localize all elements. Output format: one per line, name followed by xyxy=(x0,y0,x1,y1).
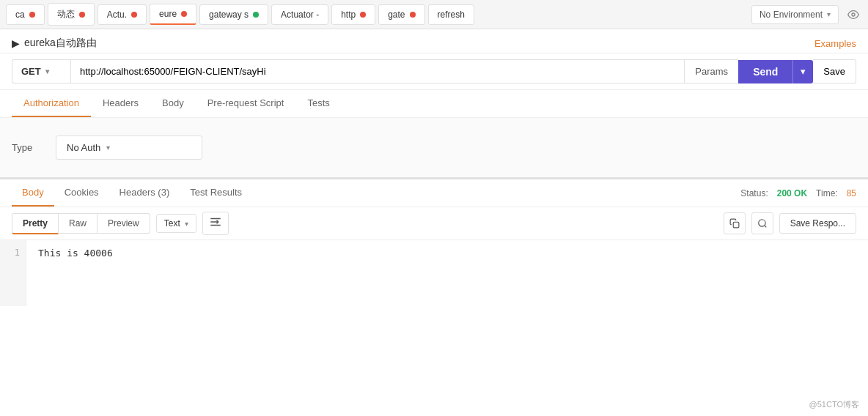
tab-gate[interactable]: gate xyxy=(378,4,424,25)
format-raw[interactable]: Raw xyxy=(59,213,98,234)
response-tab-test-results[interactable]: Test Results xyxy=(180,179,252,207)
tab-gate-label: gate xyxy=(388,10,405,20)
env-selector: No Environment ▾ xyxy=(751,5,862,24)
method-label: GET xyxy=(21,66,41,77)
watermark: @51CTO博客 xyxy=(809,399,859,410)
status-value: 200 OK xyxy=(777,188,807,198)
tab-body[interactable]: Body xyxy=(150,90,196,117)
response-tab-body[interactable]: Body xyxy=(12,179,54,207)
response-text: This is 40006 xyxy=(38,248,113,259)
tab-actu-label: Actu. xyxy=(107,10,127,20)
tab-gateway-label: gateway s xyxy=(209,10,249,20)
tab-eure[interactable]: eure xyxy=(150,4,196,25)
format-preview[interactable]: Preview xyxy=(98,213,150,234)
save-button[interactable]: Save xyxy=(813,59,856,83)
wrap-icon[interactable] xyxy=(202,212,229,235)
response-container: Body Cookies Headers (3) Test Results St… xyxy=(0,177,868,306)
response-tabs-bar: Body Cookies Headers (3) Test Results St… xyxy=(0,179,868,207)
url-bar: GET ▾ Params Send ▾ Save xyxy=(0,53,868,90)
env-label: No Environment xyxy=(760,10,823,20)
tab-actuator2-label: Actuator - xyxy=(281,10,319,20)
tab-http-dot xyxy=(360,12,366,18)
request-title-text: eureka自动路由 xyxy=(24,37,97,50)
tab-gateway-dot xyxy=(253,12,259,18)
chevron-down-icon: ▾ xyxy=(827,10,831,18)
toolbar-right: Save Respo... xyxy=(724,212,856,234)
tab-tests[interactable]: Tests xyxy=(295,90,341,117)
tab-gate-dot xyxy=(410,12,416,18)
env-dropdown[interactable]: No Environment ▾ xyxy=(751,5,839,24)
svg-rect-4 xyxy=(733,222,739,228)
method-chevron-icon: ▾ xyxy=(45,67,49,75)
auth-area: Type No Auth ▾ xyxy=(0,118,868,177)
tab-dongtai-label: 动态 xyxy=(57,8,75,21)
text-type-label: Text xyxy=(164,218,180,229)
eye-icon[interactable] xyxy=(845,6,862,23)
tab-actu-dot xyxy=(131,12,137,18)
tab-refresh[interactable]: refresh xyxy=(428,4,474,25)
auth-type-label: Type xyxy=(12,142,41,153)
tab-actu[interactable]: Actu. xyxy=(98,4,147,25)
tab-gateway[interactable]: gateway s xyxy=(199,4,268,25)
response-tabs: Body Cookies Headers (3) Test Results xyxy=(12,179,252,207)
tab-eure-dot xyxy=(181,11,187,17)
save-response-button[interactable]: Save Respo... xyxy=(779,213,856,234)
svg-point-5 xyxy=(758,220,765,226)
svg-line-6 xyxy=(764,226,766,228)
tab-ca-label: ca xyxy=(15,10,25,20)
send-button[interactable]: Send xyxy=(738,60,792,83)
tab-refresh-label: refresh xyxy=(438,10,465,20)
copy-icon[interactable] xyxy=(724,212,746,234)
format-controls: Pretty Raw Preview Text ▾ xyxy=(12,212,229,235)
tab-actuator2[interactable]: Actuator - xyxy=(271,4,328,25)
auth-chevron-icon: ▾ xyxy=(106,144,110,152)
auth-dropdown[interactable]: No Auth ▾ xyxy=(56,135,202,160)
send-btn-group: Send ▾ xyxy=(738,60,813,83)
tab-ca[interactable]: ca xyxy=(6,4,45,25)
response-tab-headers[interactable]: Headers (3) xyxy=(109,179,180,207)
expand-icon: ▶ xyxy=(12,37,20,49)
svg-point-0 xyxy=(852,13,855,16)
response-body: 1 This is 40006 xyxy=(0,240,868,306)
tab-http[interactable]: http xyxy=(331,4,375,25)
response-meta: Status: 200 OK Time: 85 xyxy=(740,188,856,198)
tab-bar: ca 动态 Actu. eure gateway s Actuator - ht… xyxy=(0,0,868,29)
request-tabs: Authorization Headers Body Pre-request S… xyxy=(0,90,868,118)
send-chevron-icon: ▾ xyxy=(801,66,806,77)
request-header: ▶ eureka自动路由 Examples xyxy=(0,29,868,53)
method-selector[interactable]: GET ▾ xyxy=(12,59,70,83)
text-type-selector[interactable]: Text ▾ xyxy=(156,214,196,233)
response-tab-cookies[interactable]: Cookies xyxy=(54,179,109,207)
format-pretty[interactable]: Pretty xyxy=(12,213,59,234)
response-toolbar: Pretty Raw Preview Text ▾ xyxy=(0,207,868,240)
tab-pre-request[interactable]: Pre-request Script xyxy=(196,90,296,117)
format-tabs: Pretty Raw Preview xyxy=(12,213,150,234)
tab-ca-dot xyxy=(29,12,35,18)
status-label: Status: xyxy=(740,188,768,198)
url-input[interactable] xyxy=(70,59,684,83)
examples-link[interactable]: Examples xyxy=(814,38,856,49)
request-title: ▶ eureka自动路由 xyxy=(12,37,97,50)
response-content: This is 40006 xyxy=(26,240,868,306)
tab-dongtai[interactable]: 动态 xyxy=(48,3,95,26)
line-number-1: 1 xyxy=(6,248,20,258)
line-numbers: 1 xyxy=(0,240,26,306)
tab-dongtai-dot xyxy=(79,12,85,18)
text-type-chevron-icon: ▾ xyxy=(185,220,188,228)
params-button[interactable]: Params xyxy=(684,59,738,83)
time-value: 85 xyxy=(847,188,856,198)
auth-value: No Auth xyxy=(67,142,100,153)
tab-eure-label: eure xyxy=(159,9,177,19)
tab-http-label: http xyxy=(341,10,356,20)
send-dropdown-button[interactable]: ▾ xyxy=(792,60,813,83)
tab-authorization[interactable]: Authorization xyxy=(12,90,91,117)
time-label: Time: xyxy=(816,188,838,198)
tab-headers[interactable]: Headers xyxy=(91,90,150,117)
search-icon[interactable] xyxy=(751,212,773,234)
